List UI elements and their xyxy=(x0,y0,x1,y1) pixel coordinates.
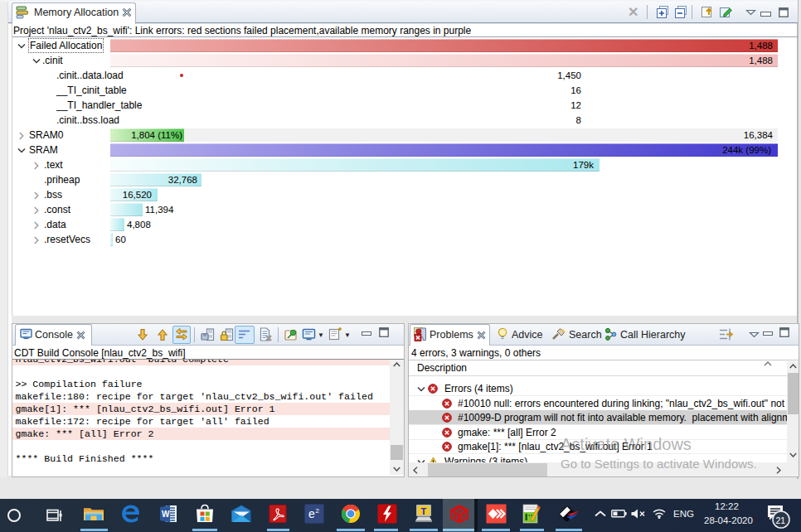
svg-text:W: W xyxy=(162,510,170,519)
svg-text:e: e xyxy=(308,507,315,520)
svg-text:21: 21 xyxy=(776,515,786,525)
svg-text:2: 2 xyxy=(316,507,320,515)
svg-text:T: T xyxy=(421,506,427,516)
